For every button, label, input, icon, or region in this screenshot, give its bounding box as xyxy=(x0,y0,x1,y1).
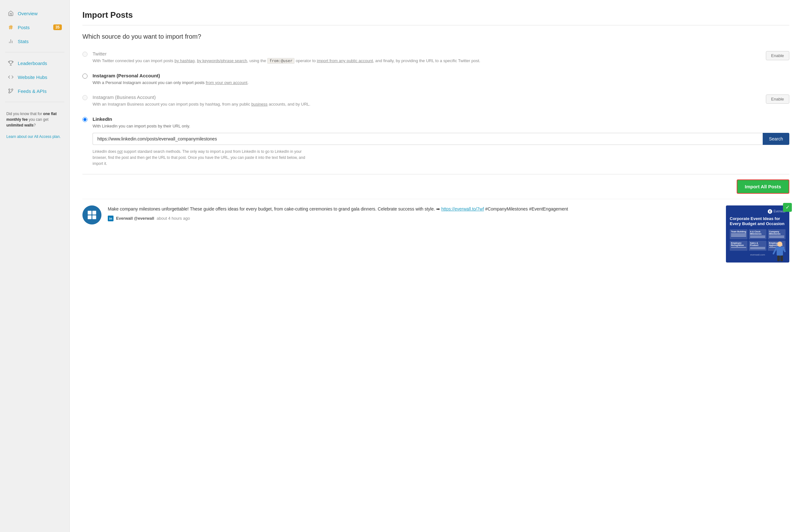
svg-rect-15 xyxy=(777,247,783,255)
sidebar-item-posts-label: Posts xyxy=(18,25,30,30)
sidebar-item-posts[interactable]: Posts 35 xyxy=(0,20,70,34)
instagram-business-radio[interactable] xyxy=(82,95,88,100)
check-badge: ✓ xyxy=(783,203,792,212)
post-time: about 4 hours ago xyxy=(157,216,190,221)
linkedin-small-icon: in xyxy=(108,215,114,221)
post-preview: Make company milestones unforgettable! T… xyxy=(82,199,789,269)
instagram-personal-link[interactable]: from your own account xyxy=(206,80,248,85)
twitter-desc: With Twitter connected you can import po… xyxy=(93,58,761,64)
svg-rect-12 xyxy=(88,215,92,219)
twitter-enable-col: Enable xyxy=(766,51,789,60)
sidebar-divider-1 xyxy=(5,52,64,52)
instagram-personal-radio[interactable] xyxy=(82,74,88,79)
twitter-radio[interactable] xyxy=(82,52,88,57)
twitter-radio-col xyxy=(82,51,93,58)
sidebar: Overview Posts 35 Stats Leaderboards Web… xyxy=(0,0,70,532)
post-image-cell-2: A & Clock Milestones xyxy=(749,229,766,240)
svg-line-16 xyxy=(774,247,777,254)
post-image-cell-3: Company Milestones xyxy=(768,229,785,240)
source-question: Which source do you want to import from? xyxy=(82,33,789,40)
code-icon xyxy=(7,74,14,80)
instagram-business-title: Instagram (Business Account) xyxy=(93,94,761,100)
svg-point-7 xyxy=(8,92,10,93)
twitter-link-public[interactable]: import from any public account xyxy=(317,58,373,63)
post-link[interactable]: https://everwall.to/7wf xyxy=(441,206,484,211)
twitter-link-keywords[interactable]: by keywords/phrase search xyxy=(197,58,247,63)
sidebar-item-stats-label: Stats xyxy=(18,39,28,44)
svg-rect-10 xyxy=(88,210,92,214)
instagram-personal-desc: With a Personal Instagram account you ca… xyxy=(93,80,789,86)
everwall-logo-e: E xyxy=(768,209,772,214)
svg-rect-11 xyxy=(92,210,96,214)
post-avatar xyxy=(82,206,101,225)
sidebar-promo: Did you know that for one flat monthly f… xyxy=(0,106,70,145)
post-meta: in Everwall @everwall about 4 hours ago xyxy=(108,215,720,221)
instagram-business-link[interactable]: business xyxy=(251,102,268,107)
sidebar-item-website-hubs-label: Website Hubs xyxy=(18,75,47,80)
source-option-instagram-business: Instagram (Business Account) With an Ins… xyxy=(82,90,789,112)
post-image-cell-4: Employee Recognition xyxy=(730,241,747,251)
home-icon xyxy=(7,10,14,17)
linkedin-content: LinkedIn With LinkedIn you can import po… xyxy=(93,116,789,167)
import-all-button[interactable]: Import All Posts xyxy=(737,179,789,194)
post-image-title: Corporate Event Ideas for Every Budget a… xyxy=(730,216,785,227)
linkedin-note: LinkedIn does not support standard searc… xyxy=(93,149,308,167)
sidebar-item-stats[interactable]: Stats xyxy=(0,34,70,48)
instagram-personal-content: Instagram (Personal Account) With a Pers… xyxy=(93,73,789,86)
source-option-twitter: Twitter With Twitter connected you can i… xyxy=(82,46,789,69)
twitter-link-hashtag[interactable]: by hashtag xyxy=(174,58,195,63)
svg-line-17 xyxy=(783,247,785,251)
page-title: Import Posts xyxy=(82,10,789,20)
post-author: Everwall @everwall xyxy=(116,216,154,221)
sidebar-item-overview[interactable]: Overview xyxy=(0,6,70,20)
main-content: Import Posts Which source do you want to… xyxy=(70,0,802,532)
title-divider xyxy=(82,25,789,25)
post-image-person xyxy=(770,240,786,263)
svg-point-9 xyxy=(12,89,13,90)
hash-icon xyxy=(7,24,14,31)
svg-rect-13 xyxy=(92,215,96,219)
source-option-instagram-personal: Instagram (Personal Account) With a Pers… xyxy=(82,69,789,90)
linkedin-desc: With LinkedIn you can import posts by th… xyxy=(93,123,789,129)
svg-rect-19 xyxy=(780,255,783,261)
promo-link[interactable]: Learn about our All Access plan. xyxy=(6,134,60,139)
post-text: Make company milestones unforgettable! T… xyxy=(108,206,720,212)
sidebar-item-feeds-apis-label: Feeds & APIs xyxy=(18,89,46,94)
svg-rect-18 xyxy=(777,255,780,261)
search-button[interactable]: Search xyxy=(763,133,789,145)
sidebar-item-leaderboards-label: Leaderboards xyxy=(18,60,47,66)
post-image-header: E Everwall xyxy=(730,209,785,214)
promo-text: Did you know that for one flat monthly f… xyxy=(6,112,57,128)
linkedin-search-area: Search xyxy=(93,133,789,145)
bar-chart-icon xyxy=(7,38,14,44)
linkedin-title: LinkedIn xyxy=(93,116,789,122)
instagram-business-desc: With an Instagram Business account you c… xyxy=(93,101,761,108)
linkedin-radio[interactable] xyxy=(82,117,88,122)
source-option-linkedin: LinkedIn With LinkedIn you can import po… xyxy=(82,112,789,172)
sidebar-item-leaderboards[interactable]: Leaderboards xyxy=(0,56,70,70)
trophy-icon xyxy=(7,60,14,66)
instagram-business-enable-col: Enable xyxy=(766,94,789,104)
sidebar-divider-2 xyxy=(5,102,64,102)
post-body: Make company milestones unforgettable! T… xyxy=(108,206,720,221)
post-image: E Everwall Corporate Event Ideas for Eve… xyxy=(726,206,789,263)
instagram-business-content: Instagram (Business Account) With an Ins… xyxy=(93,94,761,108)
instagram-business-enable-button[interactable]: Enable xyxy=(766,94,789,104)
linkedin-post-icon xyxy=(87,210,97,220)
svg-line-3 xyxy=(12,25,12,30)
instagram-personal-radio-col xyxy=(82,73,93,80)
svg-point-8 xyxy=(8,89,10,90)
instagram-business-radio-col xyxy=(82,94,93,101)
sidebar-item-website-hubs[interactable]: Website Hubs xyxy=(0,70,70,84)
instagram-personal-title: Instagram (Personal Account) xyxy=(93,73,789,78)
svg-point-14 xyxy=(777,242,782,247)
import-bar: Import All Posts xyxy=(82,174,789,199)
twitter-content: Twitter With Twitter connected you can i… xyxy=(93,51,761,64)
post-image-cell-5: Sales & Product xyxy=(749,241,766,251)
linkedin-url-input[interactable] xyxy=(93,133,763,145)
twitter-enable-button[interactable]: Enable xyxy=(766,51,789,60)
post-image-cell-1: Team Building xyxy=(730,229,747,240)
svg-line-2 xyxy=(10,25,11,30)
sidebar-item-overview-label: Overview xyxy=(18,11,38,16)
sidebar-item-feeds-apis[interactable]: Feeds & APIs xyxy=(0,84,70,98)
